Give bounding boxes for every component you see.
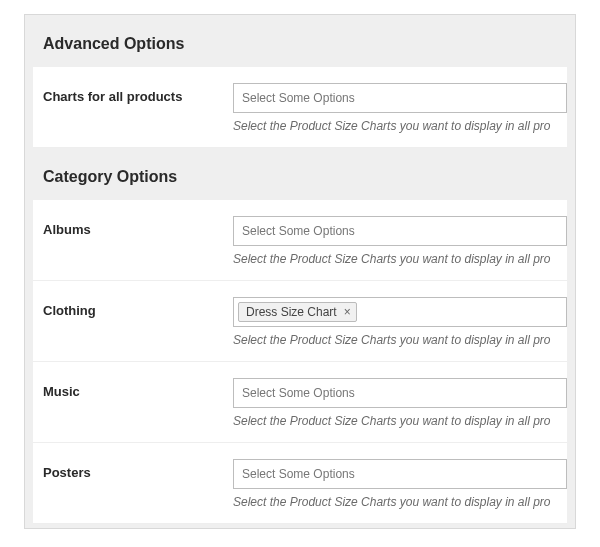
help-albums: Select the Product Size Charts you want … bbox=[233, 252, 567, 266]
advanced-options-heading: Advanced Options bbox=[25, 15, 575, 67]
field-posters: Select Some Options Select the Product S… bbox=[233, 459, 567, 509]
option-row-music: Music Select Some Options Select the Pro… bbox=[33, 361, 567, 442]
select-albums[interactable]: Select Some Options bbox=[233, 216, 567, 246]
label-albums: Albums bbox=[43, 216, 233, 237]
help-charts-all-products: Select the Product Size Charts you want … bbox=[233, 119, 567, 133]
settings-panel: Advanced Options Charts for all products… bbox=[24, 14, 576, 529]
label-clothing: Clothing bbox=[43, 297, 233, 318]
select-posters[interactable]: Select Some Options bbox=[233, 459, 567, 489]
option-row-clothing: Clothing Dress Size Chart × Select the P… bbox=[33, 280, 567, 361]
select-music[interactable]: Select Some Options bbox=[233, 378, 567, 408]
select-clothing[interactable]: Dress Size Chart × bbox=[233, 297, 567, 327]
tag-label: Dress Size Chart bbox=[246, 305, 337, 319]
label-posters: Posters bbox=[43, 459, 233, 480]
advanced-options-block: Charts for all products Select Some Opti… bbox=[33, 67, 567, 148]
label-music: Music bbox=[43, 378, 233, 399]
help-clothing: Select the Product Size Charts you want … bbox=[233, 333, 567, 347]
category-options-heading: Category Options bbox=[25, 148, 575, 200]
category-options-block: Albums Select Some Options Select the Pr… bbox=[33, 200, 567, 524]
label-charts-all-products: Charts for all products bbox=[43, 83, 233, 104]
tag-dress-size-chart[interactable]: Dress Size Chart × bbox=[238, 302, 357, 322]
option-row-albums: Albums Select Some Options Select the Pr… bbox=[33, 200, 567, 280]
help-music: Select the Product Size Charts you want … bbox=[233, 414, 567, 428]
close-icon[interactable]: × bbox=[342, 306, 353, 318]
field-albums: Select Some Options Select the Product S… bbox=[233, 216, 567, 266]
field-charts-all-products: Select Some Options Select the Product S… bbox=[233, 83, 567, 133]
field-clothing: Dress Size Chart × Select the Product Si… bbox=[233, 297, 567, 347]
help-posters: Select the Product Size Charts you want … bbox=[233, 495, 567, 509]
select-charts-all-products[interactable]: Select Some Options bbox=[233, 83, 567, 113]
option-row-posters: Posters Select Some Options Select the P… bbox=[33, 442, 567, 524]
option-row-charts-all-products: Charts for all products Select Some Opti… bbox=[33, 67, 567, 148]
field-music: Select Some Options Select the Product S… bbox=[233, 378, 567, 428]
